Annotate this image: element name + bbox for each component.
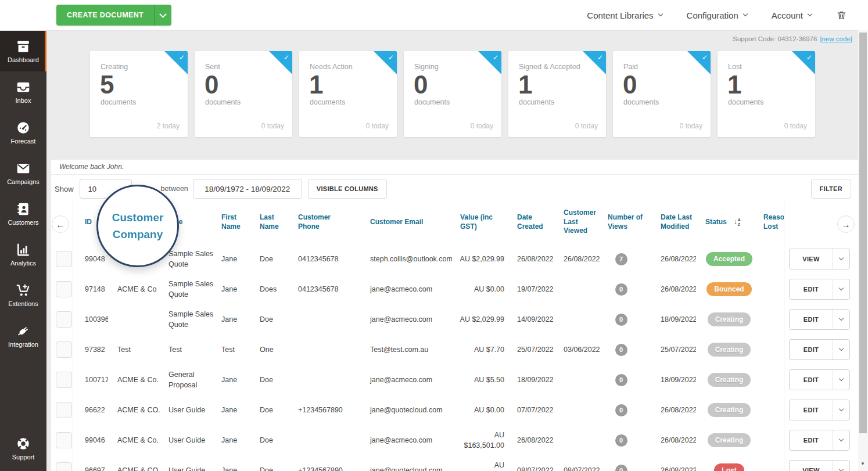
visible-columns-button[interactable]: VISIBLE COLUMNS (308, 179, 387, 199)
top-bar: CREATE DOCUMENT Content Libraries Config… (0, 0, 868, 31)
chevron-down-icon[interactable] (833, 400, 849, 420)
header-customer-last-viewed[interactable]: Customer Last Viewed (555, 200, 600, 244)
cell-first-name: Jane (216, 274, 253, 304)
row-checkbox[interactable] (56, 311, 72, 328)
header-reason-lost[interactable]: Reason Lost (762, 200, 784, 244)
header-number-of-views[interactable]: Number of Views (600, 200, 643, 244)
create-document-button[interactable]: CREATE DOCUMENT (56, 5, 171, 26)
scrollbar[interactable]: ▼ (858, 30, 868, 471)
cell-date-last-modified: 26/08/2022 (643, 244, 696, 274)
header-label: Customer Phone (298, 213, 335, 231)
header-label: Date Last Modified (661, 213, 696, 231)
chevron-down-icon[interactable] (833, 430, 849, 450)
row-action-label[interactable]: EDIT (790, 310, 833, 329)
row-action-label[interactable]: EDIT (790, 400, 833, 420)
create-document-label[interactable]: CREATE DOCUMENT (56, 5, 154, 26)
status-card[interactable]: Lost 1 documents 0 today ✓ (718, 51, 815, 137)
status-card[interactable]: Paid 0 documents 0 today ✓ (613, 51, 711, 137)
header-customer-email[interactable]: Customer Email (364, 200, 452, 244)
status-card[interactable]: Sent 0 documents 0 today ✓ (195, 51, 292, 137)
sidebar-item-forecast[interactable]: Forecast (0, 112, 46, 153)
chevron-down-icon[interactable] (833, 249, 849, 269)
cell-actions: VIEW (784, 244, 858, 274)
chevron-down-icon[interactable] (833, 461, 849, 471)
chevron-down-icon[interactable] (154, 5, 171, 26)
row-checkbox[interactable] (56, 281, 72, 297)
row-checkbox[interactable] (56, 402, 72, 418)
views-badge: 0 (615, 434, 627, 447)
new-code-link[interactable]: [new code] (820, 35, 852, 42)
row-action-label[interactable]: EDIT (790, 370, 833, 390)
row-action-button[interactable]: VIEW (789, 460, 850, 471)
sidebar-item-campaigns[interactable]: Campaigns (0, 153, 46, 193)
date-range-input[interactable]: 18/09/1972 - 18/09/2022 (193, 179, 302, 199)
cell-number-of-views: 7 (600, 244, 643, 274)
nav-content-libraries[interactable]: Content Libraries (587, 10, 662, 20)
arrow-right-icon: → (842, 220, 851, 229)
row-action-label[interactable]: VIEW (790, 249, 833, 269)
row-checkbox[interactable] (56, 432, 72, 448)
header-label: Value (inc GST) (460, 213, 498, 231)
nav-configuration[interactable]: Configuration (687, 10, 747, 20)
status-badge: Creating (708, 373, 751, 387)
row-action-button[interactable]: EDIT (789, 369, 850, 390)
filter-button[interactable]: FILTER (811, 179, 851, 199)
cell-checkbox (51, 274, 73, 304)
row-action-label[interactable]: EDIT (790, 340, 833, 359)
scroll-columns-right-button[interactable]: → (837, 215, 855, 233)
nav-account[interactable]: Account (772, 10, 812, 20)
check-icon: ✓ (806, 53, 812, 62)
status-card[interactable]: Signed & Accepted 1 documents 0 today ✓ (508, 51, 606, 137)
header-date-created[interactable]: Date Created (507, 200, 555, 244)
status-card[interactable]: Creating 5 documents 2 today ✓ (90, 51, 188, 137)
sidebar-item-analytics[interactable]: Analytics (0, 234, 46, 275)
scrollbar-thumb[interactable] (859, 33, 867, 433)
scroll-columns-left-button[interactable]: ← (52, 215, 69, 233)
row-action-label[interactable]: EDIT (790, 430, 833, 450)
sidebar-item-extentions[interactable]: Extentions (0, 275, 46, 315)
triangle-down-icon[interactable]: ▼ (860, 461, 865, 466)
row-action-button[interactable]: EDIT (789, 279, 850, 300)
sidebar-item-support[interactable]: Support (0, 428, 46, 469)
welcome-message: Welcome back John. (51, 160, 858, 175)
chevron-down-icon[interactable] (833, 370, 849, 390)
row-checkbox[interactable] (56, 341, 72, 358)
row-checkbox[interactable] (56, 251, 72, 267)
cell-date-created: 25/07/2022 (507, 335, 555, 365)
chevron-down-icon[interactable] (833, 340, 849, 359)
cell-reason-lost (762, 455, 784, 471)
row-action-button[interactable]: EDIT (789, 400, 850, 420)
row-action-button[interactable]: EDIT (789, 430, 850, 451)
header-status[interactable]: Status ↓AZ (696, 200, 762, 244)
header-value[interactable]: Value (inc GST) (452, 200, 507, 244)
row-action-label[interactable]: VIEW (790, 461, 833, 471)
header-customer-phone[interactable]: Customer Phone (292, 200, 364, 244)
status-card[interactable]: Signing 0 documents 0 today ✓ (404, 51, 501, 137)
sidebar-item-dashboard[interactable]: Dashboard (0, 31, 46, 71)
support-code: Support Code: 04312-36976[new code] (733, 35, 852, 42)
support-code-text: Support Code: 04312-36976 (733, 35, 817, 42)
views-badge: 0 (615, 404, 627, 416)
row-checkbox[interactable] (56, 372, 72, 388)
cell-date-last-modified: 26/08/2022 (643, 274, 696, 304)
documents-panel: Welcome back John. Show 10 between 18/09… (51, 160, 858, 471)
row-action-button[interactable]: EDIT (789, 339, 850, 360)
sort-alpha-down-icon[interactable]: ↓AZ (734, 218, 741, 227)
chevron-down-icon[interactable] (833, 310, 849, 329)
header-last-name[interactable]: Last Name (253, 200, 292, 244)
row-checkbox[interactable] (56, 462, 72, 471)
header-first-name[interactable]: First Name (216, 200, 253, 244)
row-action-label[interactable]: EDIT (790, 279, 833, 299)
trash-icon[interactable] (836, 10, 847, 21)
sidebar-item-inbox[interactable]: Inbox (0, 71, 46, 112)
status-card[interactable]: Needs Action 1 documents 0 today ✓ (299, 51, 397, 137)
row-action-button[interactable]: VIEW (789, 249, 850, 269)
dashboard-icon (16, 39, 31, 54)
sidebar-item-integration[interactable]: Integration (0, 315, 46, 356)
chevron-down-icon[interactable] (833, 279, 849, 299)
cell-id: 97382 (73, 335, 108, 365)
row-action-button[interactable]: EDIT (789, 309, 850, 330)
header-date-last-modified[interactable]: Date Last Modified (643, 200, 696, 244)
card-today: 0 today (680, 122, 702, 130)
sidebar-item-customers[interactable]: Customers (0, 193, 46, 234)
